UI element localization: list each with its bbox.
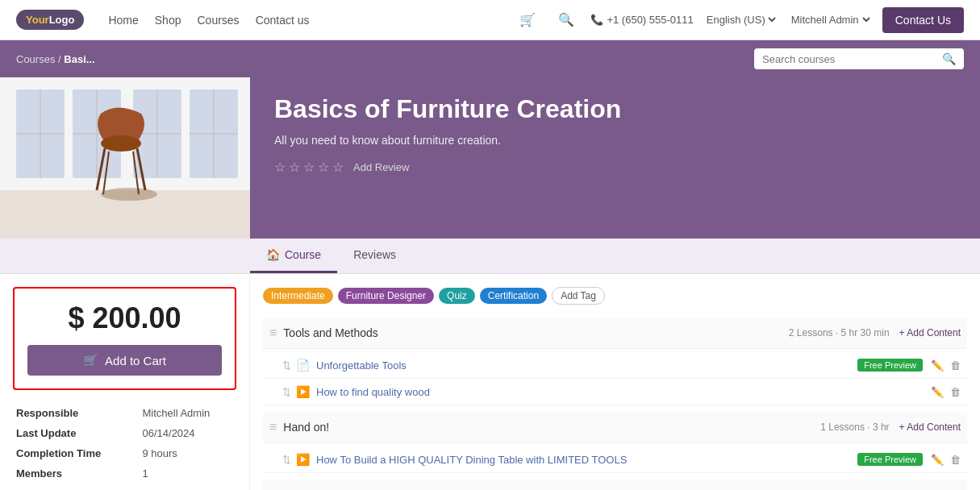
nav-icons: 🛒 🔍 📞 +1 (650) 555-0111 English (US) Mit… [513, 7, 964, 33]
section-title-1: Tools and Methods [283, 326, 789, 339]
free-preview-badge-1: Free Preview [857, 359, 923, 372]
lesson-drag-icon-2: ⇅ [282, 386, 291, 398]
breadcrumb-bar: Courses / Basi... 🔍 [0, 40, 980, 77]
section-title-2: Hand on! [283, 421, 820, 434]
breadcrumb-separator: / [58, 53, 64, 65]
section-meta-2: 1 Lessons · 3 hr [820, 421, 889, 433]
lesson-unforgettable-tools: ⇅ 📄 Unforgettable Tools Free Preview ✏️ … [263, 352, 967, 379]
lesson-title-1-2[interactable]: How to find quality wood [316, 386, 931, 398]
video-icon: ▶️ [296, 385, 310, 398]
meta-key-responsible: Responsible [13, 403, 139, 423]
svg-point-15 [101, 188, 157, 201]
lesson-quality-wood: ⇅ ▶️ How to find quality wood ✏️ 🗑 [263, 379, 967, 405]
search-icon[interactable]: 🔍 [552, 9, 581, 31]
add-review-link[interactable]: Add Review [353, 161, 409, 173]
lesson-dining-table: ⇅ ▶️ How To Build a HIGH QUALITY Dining … [263, 446, 967, 473]
content-area: $ 200.00 🛒 Add to Cart Responsible Mitch… [0, 274, 980, 490]
logo-your: Your [26, 14, 49, 26]
star-4: ☆ [318, 160, 329, 175]
star-2: ☆ [289, 160, 300, 175]
nav-links: Home Shop Courses Contact us [108, 14, 513, 27]
price-box: $ 200.00 🛒 Add to Cart [13, 287, 236, 390]
search-courses-input[interactable] [762, 53, 936, 65]
lesson-actions-1-1: ✏️ 🗑 [931, 359, 961, 372]
hero-text: Basics of Furniture Creation All you nee… [250, 77, 980, 239]
drag-handle-icon: ≡ [269, 326, 277, 340]
logo: YourLogo [16, 10, 84, 30]
delete-lesson-1-2[interactable]: 🗑 [950, 386, 961, 398]
meta-key-members: Members [13, 463, 139, 484]
meta-val-lastupdate: 06/14/2024 [139, 423, 236, 443]
tag-intermediate[interactable]: Intermediate [263, 288, 333, 304]
lesson-actions-1-2: ✏️ 🗑 [931, 386, 961, 398]
course-subtitle: All you need to know about furniture cre… [274, 134, 956, 147]
meta-val-members: 1 [139, 463, 236, 484]
lesson-drag-icon: ⇅ [282, 359, 291, 372]
search-courses-wrapper: 🔍 [754, 48, 964, 69]
meta-row-lastupdate: Last Update 06/14/2024 [13, 423, 236, 443]
breadcrumb-parent[interactable]: Courses [16, 53, 55, 65]
top-navigation: YourLogo Home Shop Courses Contact us 🛒 … [0, 0, 980, 40]
meta-row-responsible: Responsible Mitchell Admin [13, 403, 236, 423]
tag-furniture-designer[interactable]: Furniture Designer [338, 288, 434, 304]
tabs-bar: 🏠 Course Reviews [0, 239, 980, 274]
hero-section: Basics of Furniture Creation All you nee… [0, 77, 980, 239]
section-tools-and-methods: ≡ Tools and Methods 2 Lessons · 5 hr 30 … [263, 318, 967, 349]
lesson-actions-2-1: ✏️ 🗑 [931, 454, 961, 466]
phone-icon: 📞 [590, 14, 603, 26]
delete-lesson-1-1[interactable]: 🗑 [950, 359, 961, 372]
nav-shop[interactable]: Shop [155, 14, 181, 27]
left-panel: $ 200.00 🛒 Add to Cart Responsible Mitch… [0, 274, 250, 490]
add-content-button-1[interactable]: + Add Content [899, 327, 961, 338]
doc-icon: 📄 [296, 359, 310, 372]
tag-certification[interactable]: Certification [480, 288, 547, 304]
section-test-yourself: ≡ Test Yourself 2 Lessons · 30 min + Add… [263, 480, 967, 490]
add-content-button-2[interactable]: + Add Content [899, 421, 961, 433]
add-tag-button[interactable]: Add Tag [552, 287, 605, 305]
tab-reviews[interactable]: Reviews [337, 239, 412, 273]
breadcrumb-current: Basi... [64, 53, 94, 65]
edit-lesson-2-1[interactable]: ✏️ [931, 454, 944, 466]
tab-course-icon: 🏠 [266, 248, 280, 261]
language-selector[interactable]: English (US) [703, 13, 778, 27]
lesson-title-1-1[interactable]: Unforgettable Tools [316, 359, 857, 372]
section-meta-1: 2 Lessons · 5 hr 30 min [789, 327, 890, 338]
edit-lesson-1-1[interactable]: ✏️ [931, 359, 944, 372]
cart-icon[interactable]: 🛒 [513, 9, 542, 31]
tab-course[interactable]: 🏠 Course [250, 239, 337, 273]
nav-courses[interactable]: Courses [197, 14, 239, 27]
breadcrumb: Courses / Basi... [16, 53, 95, 65]
cart-btn-icon: 🛒 [83, 353, 98, 368]
course-tags: Intermediate Furniture Designer Quiz Cer… [263, 287, 967, 305]
search-courses-icon: 🔍 [942, 52, 956, 65]
lesson-title-2-1[interactable]: How To Build a HIGH QUALITY Dining Table… [316, 454, 857, 466]
right-panel: Intermediate Furniture Designer Quiz Cer… [250, 274, 980, 490]
meta-key-lastupdate: Last Update [13, 423, 139, 443]
star-3: ☆ [303, 160, 315, 175]
lesson-drag-icon-3: ⇅ [282, 454, 291, 466]
add-to-cart-button[interactable]: 🛒 Add to Cart [27, 345, 222, 376]
phone-number: 📞 +1 (650) 555-0111 [590, 14, 693, 26]
edit-lesson-1-2[interactable]: ✏️ [931, 386, 944, 398]
course-title: Basics of Furniture Creation [274, 93, 956, 124]
nav-home[interactable]: Home [108, 14, 138, 27]
course-meta-table: Responsible Mitchell Admin Last Update 0… [13, 403, 236, 484]
section-hand-on: ≡ Hand on! 1 Lessons · 3 hr + Add Conten… [263, 412, 967, 443]
contact-us-button[interactable]: Contact Us [882, 7, 964, 33]
video-icon-2: ▶️ [296, 453, 310, 466]
tag-quiz[interactable]: Quiz [439, 288, 475, 304]
free-preview-badge-2: Free Preview [857, 453, 923, 466]
course-price: $ 200.00 [27, 301, 222, 335]
nav-contact[interactable]: Contact us [256, 14, 310, 27]
meta-row-members: Members 1 [13, 463, 236, 484]
meta-key-completion: Completion Time [13, 443, 139, 463]
course-image [0, 77, 250, 239]
delete-lesson-2-1[interactable]: 🗑 [950, 454, 961, 466]
course-rating: ☆ ☆ ☆ ☆ ☆ Add Review [274, 160, 956, 175]
star-5: ☆ [332, 160, 344, 175]
svg-point-16 [101, 135, 141, 152]
star-1: ☆ [274, 160, 286, 175]
meta-row-completion: Completion Time 9 hours [13, 443, 236, 463]
drag-handle-icon-2: ≡ [269, 420, 277, 434]
user-menu[interactable]: Mitchell Admin [788, 13, 873, 27]
